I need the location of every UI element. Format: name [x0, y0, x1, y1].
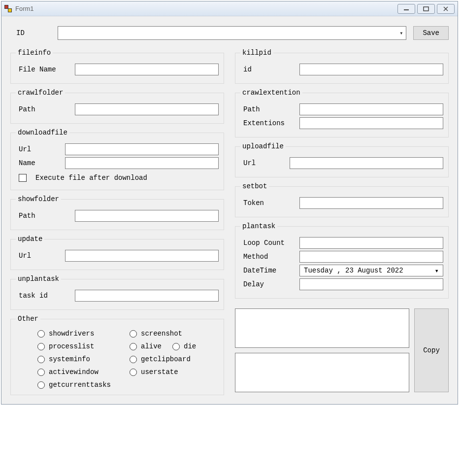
update-group: update Url	[10, 235, 224, 270]
crawlextention-ext-input[interactable]	[299, 117, 443, 129]
setbot-legend: setbot	[240, 182, 269, 190]
alive-label: alive	[141, 342, 162, 350]
getclipboard-radio[interactable]	[130, 356, 137, 363]
setbot-group: setbot Token	[235, 182, 449, 217]
titlebar: Form1	[1, 1, 458, 16]
userstate-radio[interactable]	[130, 369, 137, 376]
showfolder-path-input[interactable]	[75, 210, 219, 222]
crawlfolder-legend: crawlfolder	[16, 89, 65, 97]
copy-button[interactable]: Copy	[414, 308, 449, 392]
crawlfolder-group: crawlfolder Path	[10, 89, 224, 124]
setbot-token-input[interactable]	[299, 197, 443, 209]
showdrivers-label: showdrivers	[49, 330, 94, 338]
save-button[interactable]: Save	[413, 26, 449, 40]
showfolder-group: showfolder Path	[10, 195, 224, 230]
killpid-id-label: id	[243, 66, 295, 73]
userstate-label: userstate	[141, 368, 178, 376]
plantask-delay-input[interactable]	[299, 278, 443, 290]
fileinfo-group: fileinfo File Name	[10, 49, 224, 84]
killpid-group: killpid id	[235, 49, 449, 84]
window-title: Form1	[15, 5, 34, 12]
plantask-datetime-picker[interactable]: Tuesday , 23 August 2022 ▾	[299, 265, 443, 276]
crawlextention-group: crawlextention Path Extentions	[235, 89, 449, 137]
app-window: Form1 ID ▾ Save fileinfo File Name	[1, 1, 458, 405]
killpid-id-input[interactable]	[299, 64, 443, 75]
plantask-method-label: Method	[243, 253, 295, 261]
app-icon	[4, 5, 12, 13]
id-label: ID	[16, 29, 51, 37]
plantask-delay-label: Delay	[243, 280, 295, 288]
showfolder-path-label: Path	[19, 212, 70, 220]
crawlfolder-path-label: Path	[19, 105, 70, 113]
downloadfile-name-label: Name	[19, 159, 60, 167]
unplantask-group: unplantask task id	[10, 275, 224, 310]
output-textarea-bottom[interactable]	[235, 353, 409, 392]
downloadfile-url-input[interactable]	[65, 143, 219, 155]
close-button[interactable]	[437, 4, 455, 14]
getcurrenttasks-label: getcurrenttasks	[49, 381, 111, 389]
svg-rect-1	[424, 7, 428, 11]
crawlextention-path-input[interactable]	[299, 103, 443, 115]
uploadfile-url-label: Url	[243, 159, 285, 167]
killpid-legend: killpid	[240, 49, 273, 57]
uploadfile-group: uploadfile Url	[235, 142, 449, 177]
downloadfile-name-input[interactable]	[65, 157, 219, 169]
id-combobox[interactable]: ▾	[58, 26, 406, 40]
plantask-legend: plantask	[240, 222, 277, 230]
crawlextention-ext-label: Extentions	[243, 119, 295, 127]
die-label: die	[184, 342, 196, 350]
uploadfile-legend: uploadfile	[240, 142, 286, 150]
systeminfo-radio[interactable]	[37, 356, 45, 363]
other-legend: Other	[16, 315, 40, 323]
die-radio[interactable]	[172, 343, 180, 350]
activewindow-radio[interactable]	[37, 369, 45, 376]
other-group: Other showdrivers screenshot processlist…	[10, 315, 224, 395]
processlist-radio[interactable]	[37, 343, 45, 350]
unplantask-taskid-input[interactable]	[75, 290, 219, 302]
svg-rect-0	[404, 9, 409, 10]
crawlfolder-path-input[interactable]	[75, 103, 219, 115]
plantask-method-input[interactable]	[299, 251, 443, 263]
output-textarea-top[interactable]	[235, 308, 409, 348]
getcurrenttasks-radio[interactable]	[37, 381, 45, 389]
setbot-token-label: Token	[243, 199, 295, 207]
maximize-button[interactable]	[417, 4, 435, 14]
crawlextention-path-label: Path	[243, 105, 295, 113]
plantask-group: plantask Loop Count Method DateTime Tues…	[235, 222, 449, 299]
plantask-loopcount-label: Loop Count	[243, 239, 295, 247]
chevron-down-icon: ▾	[435, 267, 439, 275]
unplantask-taskid-label: task id	[19, 292, 70, 300]
execute-checkbox-label: Execute file after download	[35, 174, 147, 182]
downloadfile-url-label: Url	[19, 145, 60, 153]
uploadfile-url-input[interactable]	[290, 157, 443, 169]
file-name-input[interactable]	[75, 64, 219, 75]
crawlextention-legend: crawlextention	[240, 89, 302, 97]
showfolder-legend: showfolder	[16, 195, 61, 203]
execute-checkbox[interactable]	[19, 174, 27, 182]
alive-radio[interactable]	[130, 343, 137, 350]
fileinfo-legend: fileinfo	[16, 49, 53, 57]
plantask-datetime-value: Tuesday , 23 August 2022	[304, 267, 403, 274]
update-url-input[interactable]	[65, 250, 219, 262]
update-url-label: Url	[19, 252, 60, 260]
activewindow-label: activewindow	[49, 368, 99, 376]
unplantask-legend: unplantask	[16, 275, 61, 283]
processlist-label: processlist	[49, 342, 94, 350]
screenshot-radio[interactable]	[130, 330, 137, 338]
systeminfo-label: systeminfo	[49, 355, 90, 363]
chevron-down-icon: ▾	[399, 30, 403, 37]
downloadfile-legend: downloadfile	[16, 129, 69, 136]
file-name-label: File Name	[19, 66, 70, 73]
downloadfile-group: downloadfile Url Name Execute file after…	[10, 129, 224, 190]
plantask-datetime-label: DateTime	[243, 267, 295, 274]
minimize-button[interactable]	[397, 4, 415, 14]
getclipboard-label: getclipboard	[141, 355, 191, 363]
plantask-loopcount-input[interactable]	[299, 237, 443, 249]
update-legend: update	[16, 235, 44, 243]
screenshot-label: screenshot	[141, 330, 182, 338]
showdrivers-radio[interactable]	[37, 330, 45, 338]
